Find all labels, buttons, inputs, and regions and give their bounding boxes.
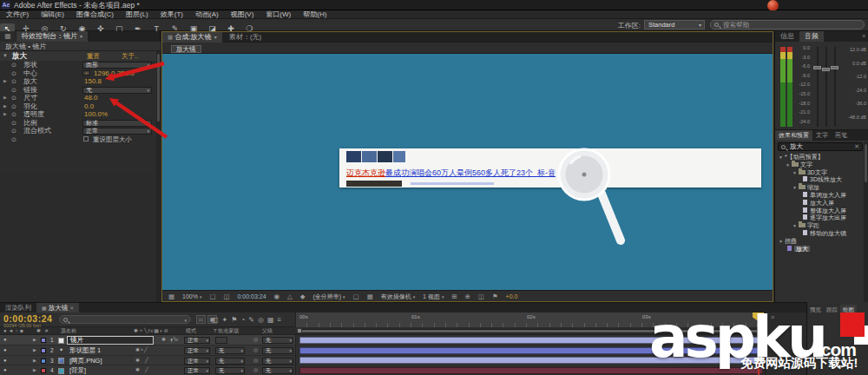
mode-dropdown[interactable]: 正常▾ (184, 367, 210, 374)
tree-preset[interactable]: 3D线性放大 (775, 176, 864, 184)
label-color-swatch[interactable] (41, 348, 46, 353)
resize-layer-checkbox[interactable] (83, 136, 89, 141)
panel-menu-icon[interactable]: ≡ (771, 314, 774, 320)
label-color-swatch[interactable] (41, 368, 46, 373)
layer-row-4[interactable]: ● ▶ 4 [背景] ✱ ╱ 正常▾ 无▾ ◎ 无▾ (0, 365, 295, 375)
trkmat-header[interactable]: T 轨道蒙版 (214, 327, 239, 335)
work-area-start-handle[interactable] (297, 328, 302, 333)
tree-folder-scale[interactable]: ▼缩放 (775, 184, 864, 192)
layer-name[interactable]: [背景] (69, 365, 86, 375)
stopwatch-icon[interactable]: ⊙ (11, 110, 16, 119)
brushes-tab[interactable]: 画笔 (832, 130, 851, 141)
roi-icon[interactable]: ▢ (353, 291, 359, 302)
parent-dropdown[interactable]: 无▾ (262, 337, 293, 344)
composition-tab[interactable]: ▦ 合成:放大镜▾ (162, 32, 222, 43)
mode-header[interactable]: 模式 (186, 327, 196, 335)
twirl-down-icon[interactable]: ▼ (792, 170, 797, 175)
clear-search-icon[interactable]: ✕ (854, 143, 859, 150)
timeline-toggle-icons[interactable]: ◫✦⚑◔✎◎▦≡ (212, 316, 285, 324)
twirl-down-icon[interactable]: ▼ (779, 155, 783, 160)
twirl-right-icon[interactable]: ▶ (33, 365, 36, 375)
tree-folder-3d-text[interactable]: ▼3D文字 (775, 169, 864, 177)
panel-menu-icon[interactable]: ≡ (862, 31, 865, 42)
snapshot-icon[interactable]: ◉ (274, 291, 280, 302)
label-color-swatch[interactable] (41, 338, 46, 343)
twirl-right-icon[interactable]: ▶ (3, 94, 7, 102)
opacity-value[interactable]: 100.0% (84, 110, 108, 119)
twirl-down-icon[interactable]: ▼ (792, 185, 797, 190)
workspace-dropdown[interactable]: Standard▾ (644, 20, 705, 30)
trkmat-dropdown[interactable]: 无▾ (215, 358, 245, 365)
tree-preset[interactable]: 单词放大入屏 (775, 192, 864, 200)
switches-icons[interactable]: ✱ ╱ (135, 365, 148, 375)
fast-preview-icon[interactable]: ⊕ (465, 291, 470, 302)
tree-folder-tracking[interactable]: ▼字距 (775, 222, 864, 230)
twirl-right-icon[interactable]: ▶ (3, 102, 7, 111)
timeline-search-input[interactable]: ▾ (59, 315, 191, 324)
help-search-input[interactable]: 搜索帮助 (710, 20, 865, 30)
transparency-grid-icon[interactable]: ▦ (367, 291, 373, 302)
source-name-header[interactable]: 源名称 (61, 327, 76, 335)
stopwatch-icon[interactable]: ⊙ (11, 69, 16, 78)
eye-icon[interactable]: ● (3, 335, 7, 345)
viewer-timecode[interactable]: 0:00:03:24 (237, 291, 266, 302)
twirl-down-icon[interactable]: ▼ (779, 239, 783, 244)
parent-dropdown[interactable]: 无▾ (262, 347, 293, 354)
audio-fader-track[interactable] (817, 47, 819, 127)
audio-fader-track[interactable] (834, 47, 836, 127)
magnification-value[interactable]: 150.8 (84, 77, 102, 86)
center-value[interactable]: 1296.0,356.0 (94, 69, 135, 78)
parent-dropdown[interactable]: 无▾ (262, 367, 293, 374)
twirl-right-icon[interactable]: ▶ (3, 77, 7, 86)
menu-view[interactable]: 视图(V) (225, 10, 260, 19)
close-icon[interactable]: ✕ (69, 306, 74, 311)
zoom-level-dropdown[interactable]: 100% ▾ (182, 291, 201, 303)
time-ruler[interactable]: 00s 01s 02s 03s (295, 312, 765, 327)
safe-zones-icon[interactable]: ▢ (209, 291, 215, 302)
show-snapshot-icon[interactable]: △ (287, 291, 293, 302)
eye-icon[interactable]: ● (3, 365, 7, 375)
layer-row-2[interactable]: ● ▶ 2 ✦ 形状图层 1 ✱⚬╱ 正常▾ 无▾ ◎ 无▾ (0, 345, 295, 356)
mode-dropdown[interactable]: 正常▾ (184, 358, 210, 365)
composition-canvas[interactable]: 迈克杰克逊最成功演唱会60万人晕倒560多人死了23个_标-音 (162, 54, 773, 301)
twirl-right-icon[interactable]: ▶ (33, 335, 36, 345)
comp-flowchart-icon[interactable]: ⚑ (492, 291, 498, 302)
trkmat-dropdown[interactable] (215, 337, 227, 344)
mode-dropdown[interactable]: 正常▾ (184, 347, 210, 354)
footage-tab[interactable]: 素材：(无) (224, 32, 266, 43)
trkmat-dropdown[interactable]: 无▾ (215, 347, 245, 354)
breadcrumb[interactable]: 放大镜 (171, 45, 201, 53)
scrollbar-thumb[interactable] (157, 54, 160, 122)
channels-icon[interactable]: ◆ (300, 291, 306, 302)
about-effect-button[interactable]: 关于.. (122, 51, 138, 61)
twirl-right-icon[interactable]: ▶ (33, 345, 36, 356)
parent-pickwhip-icon[interactable]: ◎ (253, 335, 258, 345)
size-value[interactable]: 48.0 (84, 94, 98, 102)
layer-duration-bar-1[interactable] (299, 337, 763, 344)
layer-row-1[interactable]: ● ▶ 1 镜片 ✱ ╱fx ◐ 正常▾ ◎ 无▾ (0, 335, 295, 345)
stopwatch-icon[interactable]: ⊙ (11, 61, 16, 69)
project-panel-tab[interactable]: ▦ (0, 31, 16, 42)
tree-effect-magnify[interactable]: 放大 (775, 246, 864, 253)
switches-icons[interactable]: ✱⚬╱ (135, 345, 148, 356)
parent-pickwhip-icon[interactable]: ◎ (253, 356, 258, 366)
parent-header[interactable]: 父级 (262, 327, 273, 335)
menu-composition[interactable]: 图像合成(C) (70, 10, 120, 19)
reset-effect-button[interactable]: 重置 (87, 51, 100, 61)
timeline-graph-area[interactable] (295, 335, 765, 375)
feather-value[interactable]: 0.0 (84, 102, 94, 111)
paint-tab[interactable]: 绘图 (840, 305, 857, 315)
transport-buttons[interactable]: ●●● (816, 345, 840, 354)
stopwatch-icon[interactable]: ⊙ (11, 94, 16, 102)
snapshot-grid-icon[interactable]: ▦ (168, 291, 174, 302)
effect-controls-tab[interactable]: 特效控制台：镜片▾ (16, 31, 88, 42)
mask-toggle-icon[interactable]: ◫ (223, 291, 229, 302)
scaling-dropdown[interactable]: 标准▾ (82, 120, 152, 127)
blend-mode-dropdown[interactable]: 正常▾ (82, 128, 152, 135)
layer-duration-bar-3[interactable] (299, 357, 763, 364)
parent-pickwhip-icon[interactable]: ◎ (253, 345, 258, 356)
link-dropdown[interactable]: 无▾ (82, 87, 152, 94)
audio-fader-knob[interactable] (822, 68, 830, 71)
stopwatch-icon[interactable]: ⊙ (11, 86, 16, 95)
audio-fader-track[interactable] (825, 47, 827, 127)
